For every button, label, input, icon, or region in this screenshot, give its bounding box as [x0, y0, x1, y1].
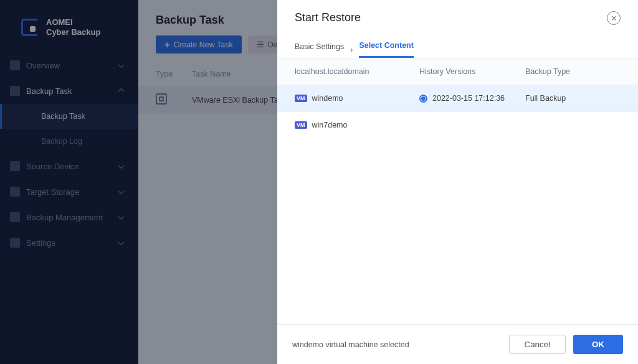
- close-icon: ✕: [611, 14, 617, 23]
- vm-name: win7demo: [312, 121, 348, 129]
- chevron-right-icon: ›: [350, 45, 353, 54]
- step-basic-settings[interactable]: Basic Settings: [295, 42, 344, 57]
- col-backup-type: Backup Type: [525, 67, 621, 76]
- vm-row[interactable]: VM windemo 2022-03-15 17:12:36 Full Back…: [277, 85, 638, 111]
- ok-button[interactable]: OK: [573, 335, 623, 354]
- modal-footer: windemo virtual machine selected Cancel …: [277, 324, 638, 364]
- backup-type: Full Backup: [525, 94, 621, 103]
- vm-icon: VM: [295, 95, 307, 102]
- content-columns-header: localhost.localdomain History Versions B…: [277, 58, 638, 85]
- col-host: localhost.localdomain: [295, 67, 419, 76]
- version-timestamp: 2022-03-15 17:12:36: [432, 94, 505, 103]
- restore-modal: Start Restore ✕ Basic Settings › Select …: [277, 0, 638, 364]
- col-history: History Versions: [419, 67, 525, 76]
- modal-backdrop: [0, 0, 277, 364]
- step-select-content[interactable]: Select Content: [359, 41, 414, 58]
- vm-icon: VM: [295, 121, 307, 129]
- close-button[interactable]: ✕: [607, 11, 621, 25]
- vm-row[interactable]: VM win7demo: [277, 111, 638, 138]
- version-radio[interactable]: [419, 95, 427, 103]
- modal-title: Start Restore: [295, 11, 361, 24]
- cancel-button[interactable]: Cancel: [509, 335, 566, 354]
- vm-name: windemo: [312, 94, 343, 103]
- footer-status: windemo virtual machine selected: [292, 340, 409, 349]
- wizard-steps: Basic Settings › Select Content: [277, 27, 638, 58]
